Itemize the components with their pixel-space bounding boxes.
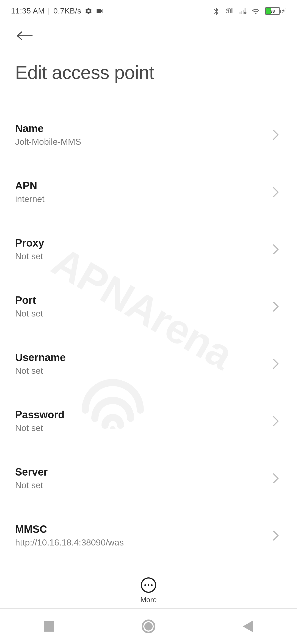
gear-icon [85, 7, 92, 15]
navigation-bar [0, 608, 297, 644]
status-separator: | [48, 7, 50, 15]
status-left: 11:35 AM | 0.7KB/s [11, 7, 103, 15]
setting-row-name[interactable]: Name Jolt-Mobile-MMS [0, 113, 297, 157]
status-right: 4G 38 ⚡︎ [212, 7, 286, 15]
setting-row-port[interactable]: Port Not set [0, 285, 297, 329]
battery-indicator: 38 ⚡︎ [265, 7, 286, 15]
setting-value: Jolt-Mobile-MMS [15, 137, 81, 147]
setting-value: Not set [15, 480, 48, 490]
chevron-right-icon [272, 472, 280, 484]
camera-icon [96, 7, 103, 15]
chevron-right-icon [272, 358, 280, 370]
battery-percent: 38 [266, 9, 279, 13]
setting-row-password[interactable]: Password Not set [0, 399, 297, 443]
setting-value: Not set [15, 366, 66, 376]
signal-1-group: 4G [225, 7, 233, 15]
setting-row-server[interactable]: Server Not set [0, 456, 297, 500]
bluetooth-icon [212, 7, 220, 15]
nav-home-button[interactable] [142, 620, 155, 633]
wifi-icon [252, 7, 260, 15]
chevron-right-icon [272, 530, 280, 542]
charging-icon: ⚡︎ [281, 7, 286, 15]
more-dots-icon [141, 577, 156, 593]
chevron-right-icon [272, 415, 280, 427]
signal-bars-icon [225, 6, 233, 15]
status-bar: 11:35 AM | 0.7KB/s 4G 38 ⚡︎ [0, 0, 297, 22]
setting-label: Port [15, 294, 43, 306]
status-time: 11:35 AM [11, 7, 45, 15]
setting-row-username[interactable]: Username Not set [0, 342, 297, 386]
setting-label: APN [15, 180, 45, 192]
chevron-right-icon [272, 243, 280, 255]
settings-list: Name Jolt-Mobile-MMS APN internet Proxy … [0, 113, 297, 572]
setting-label: Name [15, 123, 81, 135]
setting-value: Not set [15, 251, 44, 261]
back-arrow-button[interactable] [15, 30, 34, 41]
more-label: More [140, 596, 156, 604]
setting-value: internet [15, 194, 45, 204]
setting-label: Username [15, 352, 66, 364]
nav-recents-button[interactable] [44, 621, 54, 632]
setting-value: Not set [15, 423, 65, 433]
setting-value: Not set [15, 309, 43, 319]
setting-row-mmsc[interactable]: MMSC http://10.16.18.4:38090/was [0, 514, 297, 558]
page-title: Edit access point [0, 48, 297, 100]
setting-value: http://10.16.18.4:38090/was [15, 537, 124, 548]
chevron-right-icon [272, 129, 280, 141]
setting-label: MMSC [15, 523, 124, 535]
chevron-right-icon [272, 186, 280, 198]
status-data-rate: 0.7KB/s [53, 7, 81, 15]
more-button[interactable]: More [0, 561, 297, 604]
setting-label: Proxy [15, 237, 44, 249]
setting-label: Server [15, 466, 48, 478]
setting-label: Password [15, 409, 65, 421]
setting-row-apn[interactable]: APN internet [0, 170, 297, 214]
nav-back-button[interactable] [243, 620, 253, 632]
chevron-right-icon [272, 301, 280, 313]
setting-row-proxy[interactable]: Proxy Not set [0, 227, 297, 271]
signal-no-sim-icon [238, 7, 247, 15]
